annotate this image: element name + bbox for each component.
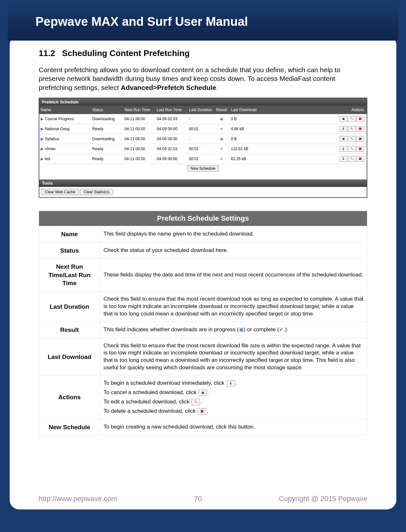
cell-result: ✔: [213, 125, 230, 133]
check-icon: ✔: [220, 147, 223, 151]
intro-paragraph: Content prefetching allows you to downlo…: [39, 65, 367, 92]
cell-next-run: 04-11 06:00: [123, 115, 155, 123]
edit-icon[interactable]: ✎: [348, 126, 356, 132]
cell-last-run: 04-09 02:03: [155, 145, 188, 153]
settings-row-duration: Last Duration Check this field to ensure…: [39, 292, 367, 322]
settings-row-actions: Actions To begin a scheduled download im…: [39, 376, 367, 419]
page-background: Pepwave MAX and Surf User Manual 11.2 Sc…: [0, 0, 406, 532]
document-title: Pepwave MAX and Surf User Manual: [35, 15, 248, 29]
settings-label: Next Run Time/Last Run Time: [39, 259, 100, 292]
section-title: Scheduling Content Prefetching: [62, 48, 190, 58]
settings-desc: Check this field to ensure that the most…: [100, 292, 367, 322]
delete-icon[interactable]: ✖: [356, 146, 364, 152]
cell-actions: ■✎✖: [259, 114, 367, 124]
cell-result: ◉: [213, 135, 230, 143]
cell-duration: 00:01: [188, 125, 213, 133]
settings-row-newschedule: New Schedule To begin creating a new sch…: [39, 419, 367, 436]
settings-table: Prefetch Schedule Settings Name This fie…: [39, 211, 367, 436]
delete-icon[interactable]: ✖: [356, 156, 364, 162]
settings-row-name: Name This field displays the name given …: [39, 226, 367, 242]
download-icon[interactable]: ⬇: [340, 146, 347, 152]
edit-icon[interactable]: ✎: [348, 136, 356, 142]
action-line-delete: To delete a scheduled download, click: [104, 408, 197, 414]
prefetch-screenshot: Prefetch Schedule Name Status Next Run T…: [39, 98, 367, 198]
settings-label: Result: [39, 322, 100, 338]
cell-last-run: 04-09 06:00: [155, 135, 188, 143]
delete-icon[interactable]: ✖: [356, 136, 364, 142]
intro-menu-path: Advanced>Prefetch Schedule: [121, 84, 216, 91]
schedule-row: ▶tedReady04-11 00:0004-09 00:0000:01✔62.…: [39, 154, 367, 164]
col-actions: Actions: [259, 106, 367, 114]
cell-download: 0 B: [230, 115, 259, 123]
settings-desc: To begin creating a new scheduled downlo…: [100, 419, 367, 436]
download-icon[interactable]: ⬇: [340, 156, 347, 162]
settings-desc: Check this field to ensure that the most…: [100, 338, 367, 376]
cell-duration: -: [188, 115, 213, 123]
cell-status: Ready: [91, 125, 123, 133]
settings-desc: Check the status of your scheduled downl…: [100, 242, 367, 259]
tools-row: Clear Web Cache Clear Statistics: [39, 187, 367, 197]
settings-desc: This field displays the name given to th…: [100, 226, 367, 242]
stop-icon[interactable]: ■: [340, 116, 347, 122]
cell-actions: ⬇✎✖: [259, 144, 367, 154]
cell-result: ✔: [213, 155, 230, 163]
result-desc-post: ).: [283, 326, 288, 333]
settings-desc: To begin a scheduled download immediatel…: [100, 376, 367, 419]
cell-next-run: 04-11 00:00: [123, 125, 155, 133]
settings-label: New Schedule: [39, 419, 100, 436]
delete-icon[interactable]: ✖: [356, 116, 364, 122]
settings-row-runtimes: Next Run Time/Last Run Time These fields…: [39, 259, 367, 292]
page-footer: http://www.pepwave.com 70 Copyright @ 20…: [39, 495, 367, 503]
cell-status: Downloading: [91, 115, 123, 123]
edit-icon[interactable]: ✎: [348, 146, 356, 152]
mock-header-row: Name Status Next Run Time Last Run Time …: [39, 106, 367, 114]
expand-icon[interactable]: ▶: [41, 147, 44, 151]
cell-status: Downloading: [91, 135, 123, 143]
cell-download: 62.26 kB: [230, 155, 259, 163]
cell-name: ▶Syllabus: [39, 135, 91, 143]
cell-last-run: 04-09 02:03: [155, 115, 188, 123]
clear-web-cache-button[interactable]: Clear Web Cache: [41, 189, 79, 195]
settings-desc: These fields display the date and time o…: [100, 259, 367, 292]
expand-icon[interactable]: ▶: [41, 117, 44, 121]
new-schedule-button[interactable]: New Schedule: [187, 165, 219, 172]
clear-statistics-button[interactable]: Clear Statistics: [80, 189, 113, 195]
edit-icon[interactable]: ✎: [348, 116, 356, 122]
footer-url: http://www.pepwave.com: [39, 495, 117, 503]
page-body: 11.2 Scheduling Content Prefetching Cont…: [10, 35, 396, 509]
col-last-duration: Last Duration: [188, 106, 213, 114]
cell-actions: ■✎✖: [259, 134, 367, 144]
section-heading: 11.2 Scheduling Content Prefetching: [39, 48, 367, 58]
cell-status: Ready: [91, 155, 123, 163]
expand-icon[interactable]: ▶: [41, 127, 44, 131]
cell-name: ▶Course Progress: [39, 115, 91, 123]
schedule-row: ▶Course ProgressDownloading04-11 06:0004…: [39, 114, 367, 124]
intro-tail: .: [216, 84, 218, 91]
cell-next-run: 04-11 06:00: [123, 135, 155, 143]
stop-icon: ■: [199, 390, 207, 396]
download-icon[interactable]: ⬇: [340, 126, 347, 132]
new-schedule-row: New Schedule: [39, 164, 367, 173]
settings-label: Last Duration: [39, 292, 100, 322]
col-last-run: Last Run Time: [155, 106, 188, 114]
cell-next-run: 04-11 00:00: [123, 155, 155, 163]
settings-desc: This field indicates whether downloads a…: [100, 322, 367, 338]
schedule-row: ▶National GeogReady04-11 00:0004-09 00:0…: [39, 124, 367, 134]
settings-label: Status: [39, 242, 100, 259]
edit-icon[interactable]: ✎: [348, 156, 356, 162]
progress-icon: ◉: [220, 117, 223, 121]
cell-actions: ⬇✎✖: [259, 154, 367, 164]
delete-icon[interactable]: ✖: [356, 126, 364, 132]
settings-label: Last Download: [39, 338, 100, 376]
stop-icon[interactable]: ■: [340, 136, 347, 142]
tools-titlebar: Tools: [39, 179, 367, 187]
settings-header: Prefetch Schedule Settings: [39, 211, 367, 226]
settings-row-status: Status Check the status of your schedule…: [39, 242, 367, 259]
expand-icon[interactable]: ▶: [41, 157, 44, 161]
cell-download: 4.98 kB: [230, 125, 259, 133]
check-icon: ✔: [220, 157, 223, 161]
cell-name: ▶National Geog: [39, 125, 91, 133]
cell-last-run: 04-09 00:00: [155, 155, 188, 163]
cell-duration: 00:01: [188, 155, 213, 163]
expand-icon[interactable]: ▶: [41, 137, 44, 141]
